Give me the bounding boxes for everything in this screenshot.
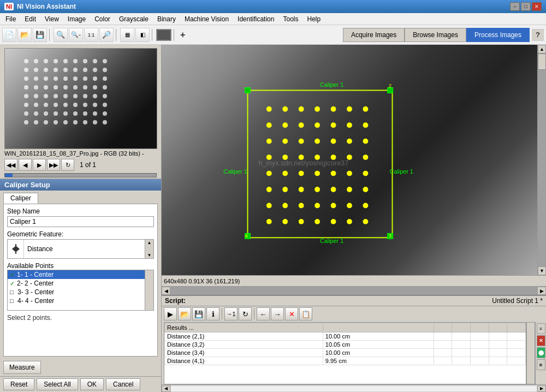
- point-label-1: 1- 1 - Center: [17, 271, 54, 278]
- menu-bar: File Edit View Image Color Grayscale Bin…: [0, 13, 546, 25]
- points-scrollbar[interactable]: [145, 270, 153, 310]
- script-prev-button[interactable]: ←: [257, 307, 270, 320]
- tab-acquire[interactable]: Acquire Images: [343, 28, 405, 42]
- script-refresh-button[interactable]: ↻: [239, 307, 252, 320]
- prev-frame-button[interactable]: ◀: [19, 159, 32, 171]
- vertical-scrollbar[interactable]: ▲ ▼: [537, 45, 546, 275]
- script-export-button[interactable]: 📋: [299, 307, 312, 320]
- results-table-container[interactable]: Results ... Distance (2,1: [164, 322, 526, 384]
- script-step-button[interactable]: →1: [224, 307, 238, 320]
- menu-identification[interactable]: Identification: [233, 14, 278, 24]
- point-item-3[interactable]: □ 3- 3 - Center: [8, 288, 153, 296]
- dot-grid: [21, 57, 110, 135]
- new-button[interactable]: 📄: [2, 28, 16, 42]
- close-button[interactable]: ✕: [532, 2, 542, 11]
- point-item-2[interactable]: ✓ 2- 2 - Center: [8, 279, 153, 288]
- select-all-button[interactable]: Select All: [37, 378, 78, 390]
- zoom-tool-button[interactable]: 🔎: [99, 28, 114, 42]
- svg-point-24: [282, 139, 288, 144]
- svg-point-12: [314, 106, 320, 112]
- panel-btn-green[interactable]: ⬤: [537, 347, 545, 358]
- geo-scroll-up[interactable]: ▲: [145, 240, 153, 246]
- scroll-down-button[interactable]: ▼: [538, 266, 546, 275]
- menu-tools[interactable]: Tools: [278, 14, 302, 24]
- point-label-4: 4- 4 - Center: [17, 297, 54, 305]
- zoom-fit-button[interactable]: 1:1: [84, 28, 98, 42]
- menu-edit[interactable]: Edit: [20, 14, 40, 24]
- scroll-right-button[interactable]: ▶: [537, 287, 546, 295]
- menu-image[interactable]: Image: [63, 14, 90, 24]
- point-label-3: 3- 3 - Center: [17, 288, 54, 296]
- script-stop-button[interactable]: ✕: [285, 307, 298, 320]
- refresh-button[interactable]: ↻: [61, 159, 74, 171]
- tab-process[interactable]: Process Images: [466, 28, 530, 42]
- point-item-1[interactable]: ✓ 1- 1 - Center: [8, 270, 153, 279]
- results-scroll-right[interactable]: ▶: [537, 385, 546, 392]
- display-button[interactable]: ◧: [135, 28, 150, 42]
- result-value: 10.00 cm: [323, 332, 434, 341]
- svg-rect-2: [388, 88, 393, 93]
- title-bar: NI NI Vision Assistant – □ ✕: [0, 0, 546, 13]
- script-toolbar: ▶ 📂 💾 ℹ →1 ↻ ← → ✕ 📋: [162, 306, 546, 322]
- script-run-button[interactable]: ▶: [164, 307, 177, 320]
- svg-point-41: [331, 171, 336, 176]
- last-frame-button[interactable]: ▶▶: [47, 159, 60, 171]
- separator-4: [174, 29, 176, 41]
- measure-button[interactable]: Measure: [3, 361, 41, 374]
- panel-btn-red[interactable]: ✕: [537, 335, 545, 346]
- play-button[interactable]: ▶: [33, 159, 46, 171]
- scroll-up-button[interactable]: ▲: [538, 45, 546, 54]
- cancel-button[interactable]: Cancel: [106, 378, 140, 390]
- open-button[interactable]: 📂: [17, 28, 32, 42]
- save-button[interactable]: 💾: [33, 28, 47, 42]
- svg-point-17: [282, 122, 288, 128]
- step-name-row: Step Name: [7, 207, 154, 227]
- menu-file[interactable]: File: [1, 14, 20, 24]
- main-image-container[interactable]: Caliper 1 Caliper 1 Caliper 1 Caliper 1: [162, 45, 537, 275]
- svg-point-27: [331, 139, 336, 144]
- panel-btn-4[interactable]: ⊕: [537, 359, 545, 370]
- horizontal-scrollbar[interactable]: ◀ ▶: [162, 286, 546, 295]
- step-name-input[interactable]: [7, 216, 154, 227]
- results-scroll-left[interactable]: ◀: [162, 385, 170, 392]
- panel-btn-1[interactable]: ≡: [537, 323, 545, 334]
- caliper-tab[interactable]: Caliper: [3, 193, 38, 204]
- scroll-thumb[interactable]: [538, 54, 546, 70]
- geo-scroll-down[interactable]: ▼: [145, 252, 153, 258]
- minimize-button[interactable]: –: [510, 2, 520, 11]
- view-mode-button[interactable]: ▦: [120, 28, 134, 42]
- results-col-4: [452, 323, 471, 332]
- svg-point-10: [282, 106, 288, 112]
- results-header: Results ...: [165, 323, 323, 332]
- menu-help[interactable]: Help: [303, 14, 325, 24]
- menu-binary[interactable]: Binary: [153, 14, 180, 24]
- help-icon[interactable]: ?: [532, 29, 544, 41]
- results-bottom-scroll[interactable]: ◀ ▶: [162, 384, 546, 392]
- results-scrollbar[interactable]: [526, 322, 535, 384]
- right-panel: Caliper 1 Caliper 1 Caliper 1 Caliper 1: [162, 45, 546, 392]
- script-next-button[interactable]: →: [271, 307, 284, 320]
- zoom-in-button[interactable]: 🔍: [54, 28, 68, 42]
- script-save-button[interactable]: 💾: [192, 307, 205, 320]
- reset-button[interactable]: Reset: [3, 378, 34, 390]
- menu-grayscale[interactable]: Grayscale: [115, 14, 153, 24]
- first-frame-button[interactable]: ◀◀: [4, 159, 17, 171]
- tab-browse[interactable]: Browse Images: [405, 28, 466, 42]
- script-info-button[interactable]: ℹ: [206, 307, 219, 320]
- results-area: Results ... Distance (2,1: [162, 322, 546, 384]
- ok-button[interactable]: OK: [80, 378, 104, 390]
- svg-point-48: [331, 187, 336, 192]
- menu-color[interactable]: Color: [90, 14, 115, 24]
- point-item-4[interactable]: □ 4- 4 - Center: [8, 296, 153, 305]
- add-step-button[interactable]: +: [178, 30, 187, 40]
- points-list[interactable]: ✓ 1- 1 - Center ✓ 2- 2 - Center □ 3- 3 -…: [7, 270, 154, 311]
- svg-point-56: [347, 203, 352, 209]
- scroll-left-button[interactable]: ◀: [162, 287, 170, 295]
- results-h-track: [170, 385, 537, 392]
- menu-view[interactable]: View: [40, 14, 63, 24]
- script-open-button[interactable]: 📂: [178, 307, 191, 320]
- maximize-button[interactable]: □: [521, 2, 531, 11]
- menu-machine-vision[interactable]: Machine Vision: [180, 14, 233, 24]
- zoom-out-button[interactable]: 🔍-: [69, 28, 83, 42]
- playback-controls: ◀◀ ◀ ▶ ▶▶ ↻ 1 of 1: [0, 158, 161, 172]
